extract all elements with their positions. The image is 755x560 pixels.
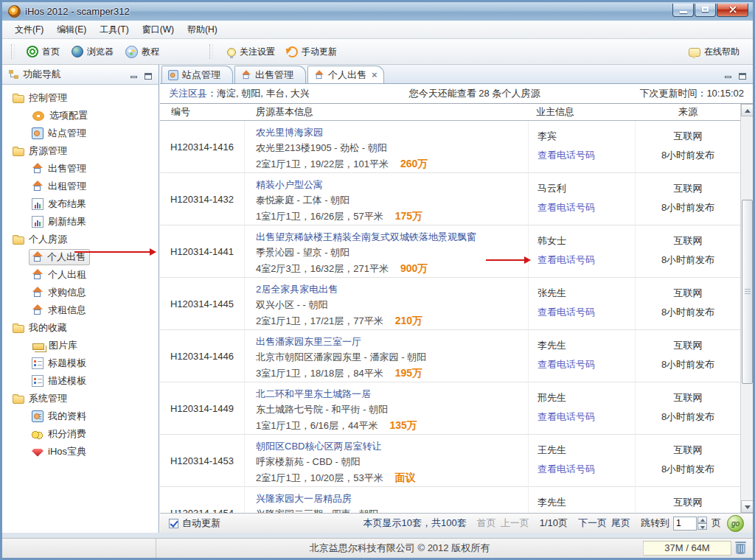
- jump-to-label: 跳转到: [641, 517, 669, 530]
- minimize-button[interactable]: [672, 4, 694, 17]
- house-icon: [241, 70, 251, 80]
- last-page-link[interactable]: 尾页: [611, 517, 630, 530]
- posted-time: 8小时前发布: [636, 463, 740, 476]
- table-row[interactable]: H120314-1449北二环和平里东土城路一居东土城路七号院 - 和平街 - …: [160, 382, 740, 435]
- main-area: 功能导航 控制管理选项配置站点管理房源管理出售管理出租管理发布结果刷新结果个人房…: [2, 65, 753, 538]
- sidebar-item-ihos-handbook[interactable]: iHos宝典: [2, 443, 159, 461]
- next-page-link[interactable]: 下一页: [578, 517, 607, 530]
- listing-title-link[interactable]: 出售潘家园东里三室一厅: [256, 335, 522, 349]
- toolbar-separator: [11, 44, 15, 59]
- table-row[interactable]: H120314-1446出售潘家园东里三室一厅北京市朝阳区潘家园东里 - 潘家园…: [160, 330, 740, 382]
- listing-title-link[interactable]: 精装小户型公寓: [256, 178, 522, 192]
- owner-name: 邢先生: [537, 391, 635, 405]
- sidebar-group-system-management[interactable]: 系统管理: [2, 390, 159, 407]
- close-button[interactable]: [717, 4, 748, 17]
- memory-indicator: 37M / 64M: [643, 541, 731, 556]
- home-icon: [27, 46, 38, 57]
- browser-button[interactable]: 浏览器: [66, 43, 119, 61]
- sidebar-item-my-profile[interactable]: 我的资料: [2, 407, 159, 425]
- maximize-button[interactable]: [695, 4, 716, 17]
- view-phone-link[interactable]: 查看电话号码: [537, 463, 635, 476]
- table-row[interactable]: H120314-1416农光里博海家园农光里213楼1905 - 劲松 - 朝阳…: [160, 121, 740, 173]
- sidebar-item-title-templates[interactable]: 标题模板: [2, 354, 159, 372]
- view-phone-link[interactable]: 查看电话号码: [537, 358, 635, 371]
- listing-title-link[interactable]: 出售望京稀缺楼王精装全南复式双城铁落地景观飘窗: [256, 231, 522, 244]
- sidebar-item-site-management[interactable]: 站点管理: [2, 125, 159, 142]
- tab-site-management[interactable]: 站点管理: [161, 66, 233, 83]
- listing-title-link[interactable]: 2居全家具家电出售: [256, 283, 522, 296]
- spinner-up-icon[interactable]: [697, 517, 707, 523]
- home-label: 首页: [42, 46, 60, 58]
- spinner-down-icon[interactable]: [697, 523, 707, 530]
- sidebar-item-personal-rent-label: 个人出租: [48, 268, 86, 281]
- sidebar-item-buy-requests[interactable]: 求购信息: [2, 284, 159, 301]
- listing-title-link[interactable]: 兴隆家园大一居精品房: [256, 492, 522, 505]
- maximize-editor-button[interactable]: [737, 70, 748, 80]
- maximize-panel-button[interactable]: [142, 70, 154, 80]
- menu-window[interactable]: 窗口(W): [136, 21, 181, 38]
- vertical-scrollbar[interactable]: [740, 104, 753, 513]
- auto-update-checkbox[interactable]: [169, 519, 178, 528]
- close-tab-icon[interactable]: ×: [372, 70, 378, 80]
- row-id-cell: H120314-1454: [160, 487, 245, 513]
- view-phone-link[interactable]: 查看电话号码: [537, 201, 635, 214]
- menu-edit[interactable]: 编辑(E): [50, 21, 93, 38]
- sidebar-item-publish-results[interactable]: 发布结果: [2, 195, 159, 213]
- sidebar-item-points-consumption[interactable]: 积分消费: [2, 425, 159, 443]
- sidebar-item-sale-management[interactable]: 出售管理: [2, 160, 159, 178]
- view-phone-link[interactable]: 查看电话号码: [537, 410, 635, 424]
- sidebar-group-housing-management[interactable]: 房源管理: [2, 142, 159, 160]
- sidebar-group-personal-housing[interactable]: 个人房源: [2, 231, 159, 248]
- table-row[interactable]: H120314-1454兴隆家园大一居精品房兴隆家园二三期 - 四惠 - 朝阳李…: [160, 487, 740, 513]
- view-phone-link[interactable]: 查看电话号码: [537, 149, 635, 162]
- tab-sale-management[interactable]: 出售管理: [234, 66, 306, 83]
- sidebar-item-refresh-results[interactable]: 刷新结果: [2, 213, 159, 231]
- listing-title-link[interactable]: 北二环和平里东土城路一居: [256, 388, 522, 401]
- status-bar: 北京益思尔科技有限公司 © 2012 版权所有 37M / 64M: [2, 538, 753, 558]
- menu-file[interactable]: 文件(F): [8, 21, 50, 38]
- view-phone-link[interactable]: 查看电话号码: [537, 306, 635, 319]
- trash-icon[interactable]: [736, 544, 745, 554]
- go-button[interactable]: go: [727, 515, 744, 532]
- watch-settings-button[interactable]: 关注设置: [219, 43, 281, 61]
- tab-personal-sale[interactable]: 个人出售×: [307, 66, 384, 83]
- sidebar-item-picture-library[interactable]: 图片库: [2, 337, 159, 354]
- owner-name: 马云利: [537, 182, 635, 195]
- row-source-cell: 互联网: [636, 487, 740, 513]
- table-row[interactable]: H120314-1432精装小户型公寓泰悦豪庭 - 工体 - 朝阳1室1厅1卫，…: [160, 173, 740, 225]
- sidebar-item-rent-requests[interactable]: 求租信息: [2, 301, 159, 319]
- table-row[interactable]: H120314-1441出售望京稀缺楼王精装全南复式双城铁落地景观飘窗季景沁园 …: [160, 225, 740, 278]
- manual-update-button[interactable]: 手动更新: [281, 43, 343, 61]
- tutorial-button[interactable]: 教程: [119, 43, 165, 61]
- sidebar-item-rent-requests-label: 求租信息: [48, 304, 86, 317]
- online-help-label: 在线帮助: [704, 46, 740, 58]
- table-row[interactable]: H120314-14452居全家具家电出售双兴小区 - - 朝阳2室1厅1卫，1…: [160, 278, 740, 330]
- scroll-down-button[interactable]: [741, 500, 753, 513]
- jump-page-input[interactable]: [673, 517, 697, 531]
- scrollbar-thumb[interactable]: [742, 200, 753, 384]
- house-icon: [314, 70, 324, 80]
- sidebar-item-description-templates[interactable]: 描述模板: [2, 372, 159, 390]
- sidebar-item-personal-rent[interactable]: 个人出租: [2, 266, 159, 284]
- source-name: 互联网: [636, 130, 740, 143]
- sidebar-group-my-favorites[interactable]: 我的收藏: [2, 319, 159, 337]
- listing-address: 东土城路七号院 - 和平街 - 朝阳: [256, 403, 522, 416]
- menu-bar: 文件(F)编辑(E)工具(T)窗口(W)帮助(H): [2, 21, 753, 39]
- sidebar-item-rent-management[interactable]: 出租管理: [2, 178, 159, 195]
- window-title: iHos 2012 - scamper312: [25, 6, 130, 17]
- home-button[interactable]: 首页: [21, 43, 66, 61]
- sidebar-item-title-templates-label: 标题模板: [48, 357, 86, 370]
- minimize-editor-button[interactable]: [722, 70, 734, 80]
- sidebar-item-options-config[interactable]: 选项配置: [2, 107, 159, 125]
- view-phone-link[interactable]: 查看电话号码: [537, 253, 635, 267]
- row-info-cell: 出售潘家园东里三室一厅北京市朝阳区潘家园东里 - 潘家园 - 朝阳3室1厅1卫，…: [245, 330, 529, 382]
- scroll-up-button[interactable]: [741, 104, 753, 116]
- minimize-panel-button[interactable]: [128, 70, 139, 80]
- table-row[interactable]: H120314-1453朝阳区CBD核心区两居室转让呼家楼新苑 - CBD - …: [160, 435, 740, 487]
- listing-title-link[interactable]: 朝阳区CBD核心区两居室转让: [256, 440, 522, 453]
- menu-help[interactable]: 帮助(H): [181, 21, 224, 38]
- menu-tools[interactable]: 工具(T): [93, 21, 135, 38]
- sidebar-group-control-management[interactable]: 控制管理: [2, 89, 159, 107]
- online-help-button[interactable]: 在线帮助: [683, 43, 745, 61]
- listing-title-link[interactable]: 农光里博海家园: [256, 126, 522, 139]
